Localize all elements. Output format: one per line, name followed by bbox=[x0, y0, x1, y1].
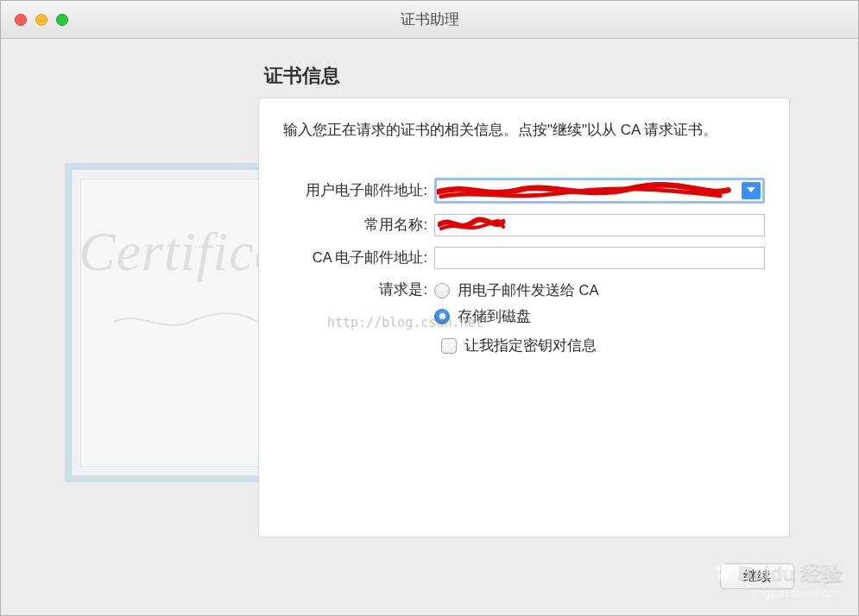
checkbox-icon bbox=[441, 338, 457, 354]
radio-icon bbox=[434, 283, 450, 299]
continue-button-label: 继续 bbox=[743, 568, 771, 586]
zoom-window-button[interactable] bbox=[56, 14, 68, 26]
content-panel: 输入您正在请求的证书的相关信息。点按"继续"以从 CA 请求证书。 用户电子邮件… bbox=[258, 97, 790, 537]
window-title: 证书助理 bbox=[1, 9, 858, 29]
radio-icon bbox=[434, 309, 450, 324]
user-email-row: 用户电子邮件地址: bbox=[283, 178, 765, 204]
radio-email-to-ca[interactable]: 用电子邮件发送给 CA bbox=[434, 281, 599, 300]
user-email-combobox[interactable] bbox=[434, 178, 765, 204]
radio-label: 用电子邮件发送给 CA bbox=[458, 281, 599, 300]
common-name-input[interactable] bbox=[434, 214, 765, 236]
request-type-label: 请求是: bbox=[283, 280, 434, 299]
redaction-scribble bbox=[437, 182, 736, 202]
continue-button[interactable]: 继续 bbox=[720, 563, 794, 589]
radio-save-to-disk[interactable]: 存储到磁盘 bbox=[434, 307, 599, 326]
close-window-button[interactable] bbox=[15, 14, 27, 26]
radio-label: 存储到磁盘 bbox=[458, 307, 531, 326]
instruction-text: 输入您正在请求的证书的相关信息。点按"继续"以从 CA 请求证书。 bbox=[283, 119, 765, 141]
section-title: 证书信息 bbox=[264, 63, 340, 89]
specify-keypair-checkbox[interactable]: 让我指定密钥对信息 bbox=[441, 336, 765, 355]
ca-email-input[interactable] bbox=[434, 247, 765, 269]
checkbox-label: 让我指定密钥对信息 bbox=[464, 336, 597, 355]
ca-email-label: CA 电子邮件地址: bbox=[283, 248, 434, 267]
titlebar: 证书助理 bbox=[1, 1, 858, 39]
chevron-down-icon[interactable] bbox=[742, 182, 761, 199]
minimize-window-button[interactable] bbox=[35, 14, 47, 26]
user-email-label: 用户电子邮件地址: bbox=[283, 181, 434, 200]
traffic-lights bbox=[15, 14, 68, 26]
common-name-label: 常用名称: bbox=[283, 216, 434, 235]
common-name-row: 常用名称: bbox=[283, 214, 765, 236]
request-type-row: 请求是: 用电子邮件发送给 CA 存储到磁盘 bbox=[283, 280, 765, 326]
keypair-checkbox-row: 让我指定密钥对信息 bbox=[441, 336, 765, 355]
request-type-options: 用电子邮件发送给 CA 存储到磁盘 bbox=[434, 281, 599, 326]
certificate-assistant-window: 证书助理 Certificate 证书信息 输入您正在请求的证书的相关信息。点按… bbox=[0, 0, 859, 616]
ca-email-row: CA 电子邮件地址: bbox=[283, 247, 765, 269]
